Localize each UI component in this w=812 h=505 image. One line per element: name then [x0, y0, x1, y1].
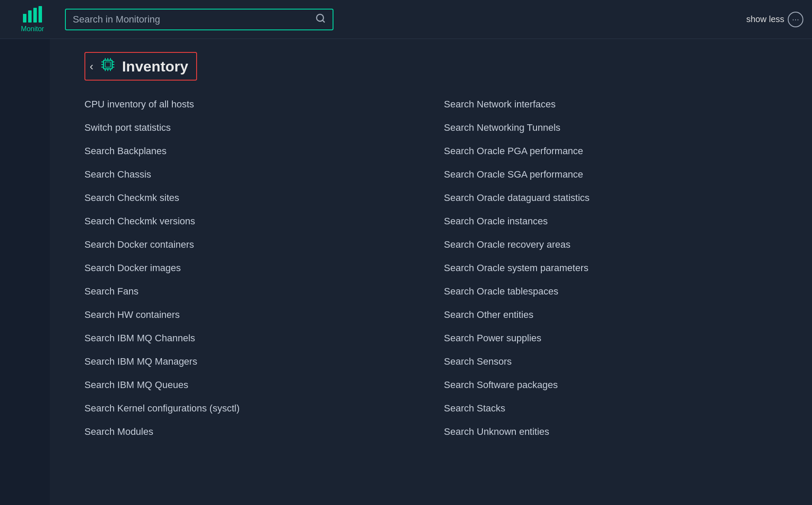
list-item[interactable]: Search Chassis [84, 163, 427, 186]
list-item[interactable]: Search Checkmk sites [84, 186, 427, 210]
list-item[interactable]: Search Oracle PGA performance [444, 139, 786, 163]
show-less-label: show less [746, 14, 784, 24]
inventory-title: Inventory [122, 58, 188, 75]
svg-rect-7 [105, 62, 110, 67]
list-item[interactable]: Search IBM MQ Queues [84, 373, 427, 397]
list-item[interactable]: Search HW containers [84, 303, 427, 327]
list-item[interactable]: Search Checkmk versions [84, 210, 427, 233]
list-item[interactable]: Search Oracle tablespaces [444, 280, 786, 303]
list-item[interactable]: Search Unknown entities [444, 420, 786, 443]
inventory-chip-icon [100, 56, 116, 76]
list-item[interactable]: Search IBM MQ Channels [84, 327, 427, 350]
list-item[interactable]: Search Oracle instances [444, 210, 786, 233]
list-item[interactable]: Search IBM MQ Managers [84, 350, 427, 373]
search-icon-button[interactable] [315, 13, 326, 26]
main-content: ‹ [50, 39, 812, 505]
list-item[interactable]: Search Networking Tunnels [444, 116, 786, 139]
list-item[interactable]: Search Oracle dataguard statistics [444, 186, 786, 210]
list-item[interactable]: Search Modules [84, 420, 427, 443]
list-item[interactable]: Search Kernel configurations (sysctl) [84, 397, 427, 420]
layout: ‹ [0, 39, 812, 505]
search-input[interactable] [73, 14, 310, 25]
svg-rect-1 [28, 10, 32, 23]
inventory-header: ‹ [84, 52, 197, 81]
show-less-icon: ··· [788, 12, 803, 27]
list-item[interactable]: Search Oracle system parameters [444, 256, 786, 280]
header: Monitor show less ··· [0, 0, 812, 39]
list-item[interactable]: Search Other entities [444, 303, 786, 327]
header-right: show less ··· [746, 12, 803, 27]
svg-rect-3 [39, 6, 42, 23]
svg-line-5 [323, 20, 324, 22]
list-item[interactable]: Search Software packages [444, 373, 786, 397]
show-less-button[interactable]: show less ··· [746, 12, 803, 27]
list-item[interactable]: Search Oracle SGA performance [444, 163, 786, 186]
list-item[interactable]: Search Network interfaces [444, 93, 786, 116]
list-item[interactable]: Search Docker containers [84, 233, 427, 256]
list-item[interactable]: Search Sensors [444, 350, 786, 373]
svg-rect-6 [104, 60, 112, 69]
sidebar [0, 39, 50, 505]
items-grid: CPU inventory of all hostsSearch Network… [84, 93, 786, 443]
list-item[interactable]: Search Power supplies [444, 327, 786, 350]
search-bar[interactable] [65, 9, 333, 30]
back-arrow[interactable]: ‹ [90, 60, 94, 73]
list-item[interactable]: Search Backplanes [84, 139, 427, 163]
svg-rect-2 [33, 8, 37, 23]
monitor-icon [23, 6, 42, 24]
list-item[interactable]: Search Stacks [444, 397, 786, 420]
list-item[interactable]: Switch port statistics [84, 116, 427, 139]
list-item[interactable]: CPU inventory of all hosts [84, 93, 427, 116]
logo-label: Monitor [21, 25, 44, 33]
list-item[interactable]: Search Fans [84, 280, 427, 303]
logo-area: Monitor [9, 6, 56, 33]
list-item[interactable]: Search Oracle recovery areas [444, 233, 786, 256]
list-item[interactable]: Search Docker images [84, 256, 427, 280]
svg-rect-0 [23, 14, 26, 23]
